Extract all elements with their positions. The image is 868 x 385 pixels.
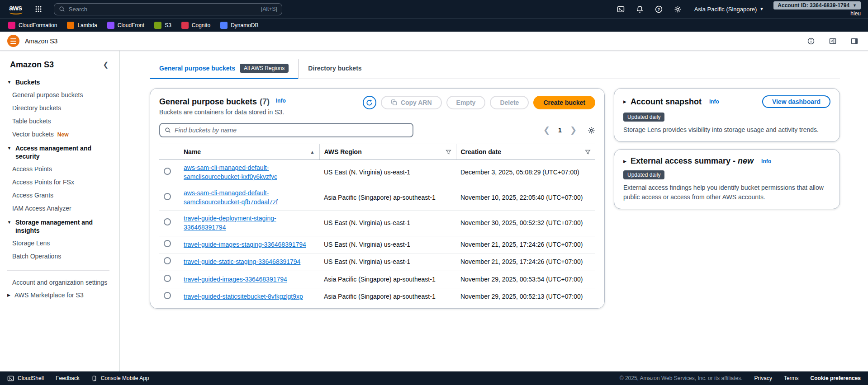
preferences-gear-icon[interactable] bbox=[588, 127, 595, 134]
console-mobile-app-link[interactable]: Console Mobile App bbox=[91, 375, 149, 381]
content-row: General purpose buckets (7) Info Buckets… bbox=[150, 88, 840, 309]
cloudshell-footer-button[interactable]: CloudShell bbox=[7, 375, 44, 382]
bucket-name-link[interactable]: travel-guided-images-336468391794 bbox=[184, 276, 287, 283]
empty-button[interactable]: Empty bbox=[446, 96, 486, 109]
sidebar-item-access-grants[interactable]: Access Grants bbox=[0, 189, 119, 202]
sidebar-item-batch-operations[interactable]: Batch Operations bbox=[0, 250, 119, 263]
row-select-radio[interactable] bbox=[164, 218, 171, 225]
panel-header: General purpose buckets (7) Info Buckets… bbox=[159, 96, 595, 116]
aws-logo[interactable]: aws bbox=[6, 3, 26, 15]
section-header-storage-management[interactable]: ▼ Storage management and insights bbox=[0, 215, 119, 237]
row-select-radio[interactable] bbox=[164, 168, 171, 175]
favorite-s3[interactable]: S3 bbox=[154, 22, 171, 29]
tab-directory-buckets[interactable]: Directory buckets bbox=[298, 59, 371, 79]
sidebar-item-aws-marketplace[interactable]: ▶ AWS Marketplace for S3 bbox=[0, 289, 119, 301]
copy-icon bbox=[391, 99, 397, 106]
bucket-region: Asia Pacific (Singapore) ap-southeast-1 bbox=[319, 271, 456, 288]
bucket-name-link[interactable]: travel-guided-staticsitebucket-8vfkgzlgt… bbox=[184, 293, 303, 300]
bucket-name-link[interactable]: travel-guide-images-staging-336468391794 bbox=[184, 241, 306, 248]
bucket-name-link[interactable]: travel-guide-static-staging-336468391794 bbox=[184, 258, 300, 265]
filter-icon bbox=[585, 149, 591, 155]
panel-title-block: General purpose buckets (7) Info Buckets… bbox=[159, 96, 286, 116]
copyright-text: © 2025, Amazon Web Services, Inc. or its… bbox=[620, 375, 743, 381]
split-panel-icon[interactable] bbox=[848, 35, 861, 47]
open-panel-icon[interactable] bbox=[826, 35, 839, 47]
previous-page-icon[interactable]: ❮ bbox=[542, 126, 551, 134]
chevron-right-icon[interactable]: ▶ bbox=[623, 99, 626, 104]
bucket-name-link[interactable]: aws-sam-cli-managed-default-samclisource… bbox=[184, 189, 278, 206]
account-menu[interactable]: Account ID: 3364-6839-1794 ▼ bbox=[773, 1, 861, 9]
sidebar-item-access-points[interactable]: Access Points bbox=[0, 163, 119, 176]
copy-arn-button[interactable]: Copy ARN bbox=[381, 96, 442, 109]
row-select-radio[interactable] bbox=[164, 193, 171, 200]
column-header-creation-date[interactable]: Creation date bbox=[456, 144, 595, 160]
view-dashboard-button[interactable]: View dashboard bbox=[762, 95, 830, 108]
favorite-label: S3 bbox=[165, 22, 171, 28]
bucket-creation-date: November 21, 2025, 17:24:26 (UTC+07:00) bbox=[456, 254, 595, 271]
bucket-region: Asia Pacific (Singapore) ap-southeast-1 bbox=[319, 185, 456, 211]
info-link[interactable]: Info bbox=[761, 158, 771, 164]
panel-description: Storage Lens provides visibility into st… bbox=[623, 125, 830, 134]
bucket-name-link[interactable]: travel-guide-deployment-staging-33646839… bbox=[184, 215, 276, 231]
page-number[interactable]: 1 bbox=[558, 127, 562, 134]
section-header-buckets[interactable]: ▼ Buckets bbox=[0, 75, 119, 89]
bucket-creation-date: December 3, 2025, 05:08:29 (UTC+07:00) bbox=[456, 160, 595, 185]
info-link[interactable]: Info bbox=[709, 99, 719, 105]
delete-button[interactable]: Delete bbox=[490, 96, 529, 109]
find-buckets-search[interactable] bbox=[159, 123, 413, 137]
favorite-cloudfront[interactable]: CloudFront bbox=[107, 22, 144, 29]
row-select-radio[interactable] bbox=[164, 275, 171, 282]
tab-general-purpose-buckets[interactable]: General purpose buckets All AWS Regions bbox=[150, 59, 298, 79]
cloudshell-icon[interactable] bbox=[615, 3, 627, 15]
item-label: Account and organization settings bbox=[12, 279, 107, 286]
sidebar-item-vector-buckets[interactable]: Vector bucketsNew bbox=[0, 128, 119, 141]
create-bucket-button[interactable]: Create bucket bbox=[533, 96, 595, 109]
sidebar-item-storage-lens[interactable]: Storage Lens bbox=[0, 237, 119, 250]
top-navigation-bar: aws [Alt+S] ? Asia Pacific (Singapore) ▼ bbox=[0, 0, 868, 18]
section-header-access-management[interactable]: ▼ Access management and security bbox=[0, 141, 119, 163]
find-buckets-input[interactable] bbox=[175, 127, 408, 134]
sidebar-item-directory-buckets[interactable]: Directory buckets bbox=[0, 102, 119, 115]
favorite-lambda[interactable]: Lambda bbox=[67, 22, 97, 29]
bucket-row: travel-guide-images-staging-336468391794… bbox=[159, 236, 595, 254]
sidebar-collapse-icon[interactable]: ❮ bbox=[100, 60, 111, 70]
global-search[interactable]: [Alt+S] bbox=[54, 3, 282, 15]
sort-ascending-icon: ▲ bbox=[310, 150, 315, 155]
item-label: Vector buckets bbox=[12, 131, 54, 138]
sidebar-item-access-points-fsx[interactable]: Access Points for FSx bbox=[0, 176, 119, 189]
next-page-icon[interactable]: ❯ bbox=[569, 126, 578, 134]
favorite-dynamodb[interactable]: DynamoDB bbox=[220, 22, 258, 29]
row-select-radio[interactable] bbox=[164, 292, 171, 299]
badge-row: Updated daily bbox=[623, 170, 830, 179]
bucket-name-link[interactable]: aws-sam-cli-managed-default-samclisource… bbox=[184, 164, 277, 180]
info-icon[interactable] bbox=[805, 35, 817, 47]
account-id-label: Account ID: 3364-6839-1794 bbox=[778, 2, 849, 9]
chevron-right-icon[interactable]: ▶ bbox=[623, 159, 626, 164]
region-selector[interactable]: Asia Pacific (Singapore) ▼ bbox=[691, 6, 768, 13]
terms-link[interactable]: Terms bbox=[784, 375, 799, 381]
favorite-cognito[interactable]: Cognito bbox=[181, 22, 210, 29]
row-select-radio[interactable] bbox=[164, 240, 171, 247]
favorite-cloudformation[interactable]: CloudFormation bbox=[8, 22, 57, 29]
privacy-link[interactable]: Privacy bbox=[754, 375, 772, 381]
notifications-bell-icon[interactable] bbox=[634, 3, 646, 15]
sidebar-item-general-purpose-buckets[interactable]: General purpose buckets bbox=[0, 89, 119, 102]
info-link[interactable]: Info bbox=[276, 98, 286, 104]
row-select-radio[interactable] bbox=[164, 257, 171, 264]
settings-gear-icon[interactable] bbox=[672, 3, 684, 15]
cookie-preferences-link[interactable]: Cookie preferences bbox=[811, 375, 861, 381]
feedback-link[interactable]: Feedback bbox=[56, 375, 80, 381]
sidebar-item-iam-access-analyzer[interactable]: IAM Access Analyzer bbox=[0, 202, 119, 215]
panel-title: Account snapshot bbox=[631, 97, 702, 107]
sidebar-item-account-settings[interactable]: Account and organization settings bbox=[0, 276, 119, 289]
help-icon[interactable]: ? bbox=[653, 3, 665, 15]
search-input[interactable] bbox=[69, 6, 257, 13]
services-grid-icon[interactable] bbox=[32, 3, 45, 15]
general-purpose-buckets-panel: General purpose buckets (7) Info Buckets… bbox=[150, 88, 605, 309]
sidebar-item-table-buckets[interactable]: Table buckets bbox=[0, 115, 119, 128]
menu-toggle-button[interactable] bbox=[7, 35, 19, 47]
refresh-button[interactable] bbox=[363, 96, 376, 109]
column-header-aws-region[interactable]: AWS Region bbox=[319, 144, 456, 160]
sidebar: Amazon S3 ❮ ▼ Buckets General purpose bu… bbox=[0, 51, 120, 371]
column-header-name[interactable]: Name▲ bbox=[179, 144, 319, 160]
